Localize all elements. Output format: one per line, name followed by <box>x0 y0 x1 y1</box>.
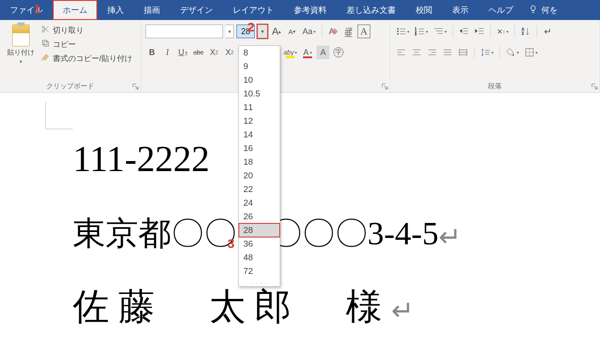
tab-home[interactable]: ホーム <box>53 0 97 20</box>
font-dialog-launcher-icon[interactable] <box>382 83 388 90</box>
divider <box>322 25 322 37</box>
font-name-input[interactable] <box>146 25 223 38</box>
font-size-option[interactable]: 8 <box>239 46 280 60</box>
format-painter-button[interactable]: 書式のコピー/貼り付け <box>41 53 132 64</box>
clipboard-dialog-launcher-icon[interactable] <box>132 83 139 90</box>
font-size-option[interactable]: 10.5 <box>239 87 280 101</box>
align-left-button[interactable] <box>395 46 408 59</box>
tab-view[interactable]: 表示 <box>442 0 479 20</box>
strikethrough-button[interactable]: abc <box>192 46 205 59</box>
scissors-icon <box>41 25 50 36</box>
tab-review[interactable]: 校閲 <box>406 0 442 20</box>
font-size-option[interactable]: 48 <box>239 251 280 264</box>
underline-button[interactable]: U▾ <box>176 46 189 59</box>
decrease-indent-button[interactable] <box>458 25 470 38</box>
font-size-option[interactable]: 36 <box>239 237 280 251</box>
font-size-option[interactable]: 16 <box>239 142 280 155</box>
enclose-characters-button[interactable]: 字 <box>332 46 345 59</box>
character-border-button[interactable]: A <box>358 25 370 38</box>
cut-button[interactable]: 切り取り <box>41 25 132 36</box>
align-center-button[interactable] <box>410 46 423 59</box>
superscript-button[interactable]: X2 <box>223 46 236 59</box>
font-size-option[interactable]: 26 <box>239 210 280 223</box>
font-size-option[interactable]: 20 <box>239 169 280 182</box>
borders-button[interactable]: ▾ <box>523 46 539 59</box>
font-size-dropdown[interactable]: ▾ <box>257 25 267 38</box>
paintbrush-icon <box>41 53 50 64</box>
svg-point-8 <box>397 33 398 35</box>
ribbon-body: 貼り付け ▾ 切り取り コピー 書式のコピー/貼り付け クリップボード <box>0 20 600 93</box>
divider <box>514 25 515 37</box>
copy-icon <box>41 39 50 50</box>
multilevel-list-button[interactable]: ▾ <box>432 25 448 38</box>
tell-me-label: 何を <box>541 5 558 15</box>
tab-mailings[interactable]: 差し込み文書 <box>337 0 406 20</box>
subscript-button[interactable]: X2 <box>208 46 221 59</box>
font-size-dropdown-list[interactable]: 891010.511121416182022242628364872 . . .… <box>238 46 280 287</box>
line-spacing-button[interactable]: ▾ <box>479 46 495 59</box>
tab-file[interactable]: ファイル <box>0 0 53 20</box>
tab-references[interactable]: 参考資料 <box>284 0 337 20</box>
character-shading-button[interactable]: A <box>317 46 329 59</box>
increase-indent-button[interactable] <box>473 25 486 38</box>
format-painter-label: 書式のコピー/貼り付け <box>53 53 132 64</box>
paragraph-mark-icon: ↵ <box>391 296 423 326</box>
copy-label: コピー <box>53 39 76 50</box>
page-corner-marker <box>45 102 73 129</box>
font-size-option[interactable]: 12 <box>239 114 280 128</box>
divider <box>490 25 491 37</box>
change-case-button[interactable]: Aa▾ <box>301 25 317 38</box>
font-size-option[interactable]: 22 <box>239 182 280 196</box>
bullets-button[interactable]: ▾ <box>395 25 411 38</box>
svg-text:Z: Z <box>521 31 524 35</box>
bold-button[interactable]: B <box>146 46 158 59</box>
svg-text:3: 3 <box>415 33 417 36</box>
copy-button[interactable]: コピー <box>41 39 132 50</box>
ribbon-tabs: ファイル ホーム 挿入 描画 デザイン レイアウト 参考資料 差し込み文書 校閲… <box>0 0 600 20</box>
lightbulb-icon <box>529 5 538 16</box>
font-size-option[interactable]: 72 <box>239 264 280 278</box>
font-size-option[interactable]: 14 <box>239 128 280 142</box>
tab-design[interactable]: デザイン <box>170 0 223 20</box>
svg-point-4 <box>397 28 398 30</box>
paragraph-mark-icon: ↵ <box>439 222 461 252</box>
font-size-option[interactable]: 28 <box>239 223 280 237</box>
highlight-button[interactable]: aby▾ <box>282 46 299 59</box>
tab-draw[interactable]: 描画 <box>134 0 170 20</box>
tab-help[interactable]: ヘルプ <box>479 0 523 20</box>
tab-insert[interactable]: 挿入 <box>97 0 134 20</box>
divider <box>474 46 474 58</box>
shading-button[interactable]: ▾ <box>504 46 520 59</box>
chevron-down-icon[interactable]: ▾ <box>20 59 22 65</box>
paragraph-dialog-launcher-icon[interactable] <box>591 83 598 90</box>
dropdown-resize-grip[interactable]: . . . . <box>239 278 280 286</box>
font-color-button[interactable]: A▾ <box>301 46 314 59</box>
ruby-button[interactable]: ア亜亜 <box>342 25 355 38</box>
show-paragraph-marks-button[interactable]: ↵ <box>542 25 555 38</box>
document-canvas[interactable]: 111-2222 東京都〇〇区〇〇〇3-4-5↵ 佐藤 太郎 様↵ <box>18 93 600 364</box>
font-size-option[interactable]: 10 <box>239 73 280 87</box>
increase-font-button[interactable]: A▴ <box>270 25 283 38</box>
paragraph-group-label: 段落 <box>390 82 600 91</box>
numbering-button[interactable]: 123▾ <box>413 25 429 38</box>
font-size-input[interactable]: 28 <box>237 25 255 38</box>
italic-button[interactable]: I <box>161 46 174 59</box>
doc-line-3[interactable]: 佐藤 太郎 様↵ <box>73 283 461 332</box>
font-size-option[interactable]: 11 <box>239 101 280 114</box>
clipboard-group-label: クリップボード <box>0 82 141 91</box>
sort-button[interactable]: AZ <box>519 25 532 38</box>
clear-formatting-button[interactable]: A <box>327 25 339 38</box>
tell-me-box[interactable]: 何を <box>523 0 563 20</box>
align-justify-button[interactable] <box>441 46 454 59</box>
decrease-font-button[interactable]: A▾ <box>286 25 298 38</box>
font-name-dropdown[interactable]: ▾ <box>226 25 234 38</box>
distribute-button[interactable] <box>457 46 469 59</box>
svg-point-6 <box>397 31 398 32</box>
svg-rect-2 <box>44 42 49 46</box>
align-right-button[interactable] <box>426 46 439 59</box>
font-size-option[interactable]: 9 <box>239 60 280 73</box>
tab-layout[interactable]: レイアウト <box>223 0 284 20</box>
text-direction-button[interactable]: ✕↕▾ <box>495 25 510 38</box>
font-size-option[interactable]: 18 <box>239 155 280 169</box>
font-size-option[interactable]: 24 <box>239 196 280 210</box>
